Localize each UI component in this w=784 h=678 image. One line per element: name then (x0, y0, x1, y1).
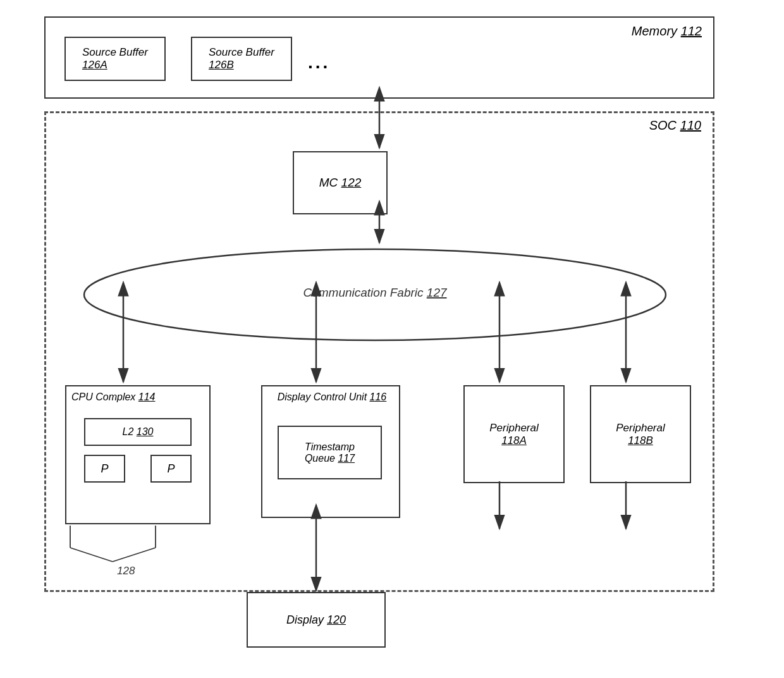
tsq-text: Timestamp (305, 441, 355, 452)
memory-num: 112 (681, 24, 702, 38)
dcu-text: Display Control (278, 391, 346, 402)
source-buffer-b-box: Source Buffer126B (191, 37, 292, 81)
memory-text: Memory (632, 24, 677, 38)
dcu-box: Display Control Unit 116 TimestampQueue … (261, 385, 400, 518)
mc-num: 122 (341, 176, 362, 189)
src-buf-a-line2: 126A (82, 59, 107, 71)
p-left-box: P (84, 455, 125, 483)
memory-label: Memory 112 (632, 24, 702, 39)
periph-b-text: Peripheral (616, 422, 665, 434)
dcu-label: Display Control Unit 116 (269, 391, 395, 403)
diagram: Memory 112 Source Buffer126A Source Buff… (32, 16, 752, 662)
peripheral-b-box: Peripheral118B (590, 385, 691, 483)
soc-box: SOC 110 MC 122 Communication Fabric 127 … (44, 111, 714, 592)
mc-text: MC (319, 176, 338, 189)
soc-label: SOC 110 (649, 118, 701, 133)
ellipsis: ... (308, 52, 330, 73)
tsq-text2: Queue (305, 453, 335, 464)
soc-text: SOC (649, 118, 677, 132)
l2-text: L2 (123, 426, 134, 437)
fabric-svg: Communication Fabric 127 (71, 246, 678, 344)
dcu-text2: Unit (349, 391, 367, 402)
p-right-text: P (167, 462, 175, 475)
display-text: Display (286, 613, 324, 626)
display-num: 120 (327, 613, 346, 626)
periph-b-num: 118B (628, 435, 653, 447)
src-buf-b-line1: Source Buffer (209, 46, 274, 58)
memory-box: Memory 112 Source Buffer126A Source Buff… (44, 16, 714, 99)
l2-num: 130 (137, 426, 154, 437)
periph-a-num: 118A (501, 435, 527, 447)
p-left-text: P (101, 462, 108, 475)
l2-box: L2 130 (84, 418, 192, 446)
peripheral-a-box: Peripheral118A (463, 385, 565, 483)
tsq-num: 117 (338, 453, 355, 464)
display-box: Display 120 (247, 592, 386, 648)
cpu-label: CPU Complex 114 (71, 391, 156, 403)
src-buf-b-line2: 126B (209, 59, 234, 71)
periph-a-text: Peripheral (489, 422, 539, 434)
dcu-num: 116 (370, 391, 387, 402)
source-buffer-a-box: Source Buffer126A (64, 37, 166, 81)
mc-box: MC 122 (293, 151, 388, 214)
soc-num: 110 (680, 118, 701, 132)
p-right-box: P (150, 455, 192, 483)
src-buf-a-line1: Source Buffer (82, 46, 148, 58)
cpu-num: 114 (138, 391, 156, 402)
svg-text:Communication Fabric 127: Communication Fabric 127 (303, 286, 447, 299)
cpu-text: CPU Complex (71, 391, 135, 402)
cpu-complex-box: CPU Complex 114 L2 130 P P (65, 385, 211, 524)
tsq-box: TimestampQueue 117 (278, 426, 382, 479)
